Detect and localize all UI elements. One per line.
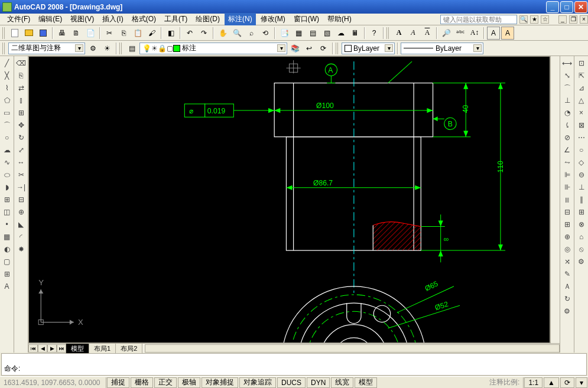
tab-prev-button[interactable]: ◀ xyxy=(38,344,47,353)
osnap-toggle[interactable]: 对象捕捉 xyxy=(202,377,238,388)
dim-arc-button[interactable]: ⌒ xyxy=(561,82,573,94)
snap-none-button[interactable]: ⦸ xyxy=(576,243,587,255)
copy-obj-button[interactable]: ⎘ xyxy=(15,70,27,81)
status-tray-icon[interactable]: ▾ xyxy=(576,377,587,388)
menu-window[interactable]: 窗口(W) xyxy=(290,13,323,25)
dim-diameter-button[interactable]: ⊘ xyxy=(561,132,573,144)
chamfer-button[interactable]: ◣ xyxy=(15,219,27,230)
open-button[interactable] xyxy=(22,27,35,40)
erase-button[interactable]: ⌫ xyxy=(15,57,27,69)
annovis-icon[interactable]: ▲ xyxy=(544,377,559,388)
favorites-icon[interactable]: ☆ xyxy=(541,15,549,24)
zoom-window-button[interactable]: ⌕ xyxy=(245,27,258,40)
dim-radius-button[interactable]: ◔ xyxy=(561,107,573,119)
snap-temp-button[interactable]: ⊡ xyxy=(576,57,587,69)
polygon-button[interactable]: ⬠ xyxy=(1,94,13,106)
grid-toggle[interactable]: 栅格 xyxy=(131,377,153,388)
snap-node-button[interactable]: ⊗ xyxy=(576,219,587,230)
snap-endpoint-button[interactable]: ⊿ xyxy=(576,82,587,94)
infocenter-icon[interactable]: 🔍 xyxy=(519,15,528,24)
annoauto-icon[interactable]: ⟳ xyxy=(560,377,574,388)
snap-parallel-button[interactable]: ∥ xyxy=(576,194,587,206)
hatch-button[interactable]: ▦ xyxy=(1,231,13,243)
make-block-button[interactable]: ◫ xyxy=(1,206,13,218)
zoom-realtime-button[interactable]: 🔍 xyxy=(230,27,243,40)
dim-baseline-button[interactable]: ⊫ xyxy=(561,169,573,181)
dim-quick-button[interactable]: ⥊ xyxy=(561,156,573,168)
snap-insert-button[interactable]: ⊞ xyxy=(576,206,587,218)
dim-continue-button[interactable]: ⊪ xyxy=(561,181,573,193)
cut-button[interactable]: ✂ xyxy=(103,27,116,40)
region-button[interactable]: ▢ xyxy=(1,256,13,268)
copy-button[interactable]: ⎘ xyxy=(117,27,130,40)
dim-update-button[interactable]: ↻ xyxy=(561,293,573,305)
polar-toggle[interactable]: 极轴 xyxy=(178,377,200,388)
properties-button[interactable]: 📑 xyxy=(278,27,291,40)
text-box2-button[interactable]: A xyxy=(501,27,514,40)
text-scale-button[interactable]: A↕ xyxy=(468,27,481,40)
xline-button[interactable]: ╳ xyxy=(1,70,13,81)
undo-button[interactable]: ↶ xyxy=(183,27,196,40)
dim-style-button[interactable]: ⚙ xyxy=(561,305,573,317)
trim-button[interactable]: ✂ xyxy=(15,169,27,181)
polyline-button[interactable]: ⌇ xyxy=(1,82,13,94)
sheet-set-button[interactable]: ▧ xyxy=(320,27,333,40)
menu-modify[interactable]: 修改(M) xyxy=(257,13,289,25)
model-toggle[interactable]: 模型 xyxy=(355,377,377,388)
extend-button[interactable]: →| xyxy=(15,181,27,193)
gradient-button[interactable]: ◐ xyxy=(1,243,13,255)
doc-restore-icon[interactable]: ❐ xyxy=(569,15,577,24)
snap-from-button[interactable]: ⇱ xyxy=(576,70,587,81)
explode-button[interactable]: ✸ xyxy=(15,243,27,255)
snap-intersection-button[interactable]: × xyxy=(576,107,587,119)
inspection-button[interactable]: ◎ xyxy=(561,243,573,255)
menu-draw[interactable]: 绘图(D) xyxy=(192,13,223,25)
menu-dimension[interactable]: 标注(N) xyxy=(225,13,256,25)
dim-break-button[interactable]: ⊟ xyxy=(561,206,573,218)
find-text-button[interactable]: 🔎 xyxy=(440,27,453,40)
move-button[interactable]: ✥ xyxy=(15,119,27,131)
grip-icon[interactable] xyxy=(386,27,390,39)
ellipse-arc-button[interactable]: ◗ xyxy=(1,181,13,193)
osnap-settings-button[interactable]: ⚙ xyxy=(576,256,587,268)
fillet-button[interactable]: ◜ xyxy=(15,231,27,243)
snap-quadrant-button[interactable]: ◇ xyxy=(576,156,587,168)
offset-button[interactable]: ⫿ xyxy=(15,94,27,106)
layer-combo[interactable]: 💡☀🔒▢ 标注 xyxy=(139,43,287,54)
tab-model[interactable]: 模型 xyxy=(66,343,89,354)
plot-button[interactable]: 🖶 xyxy=(56,27,69,40)
paste-button[interactable]: 📋 xyxy=(131,27,144,40)
ortho-toggle[interactable]: 正交 xyxy=(154,377,177,388)
publish-button[interactable]: 📄 xyxy=(84,27,97,40)
ducs-toggle[interactable]: DUCS xyxy=(277,377,306,388)
center-mark-button[interactable]: ⊕ xyxy=(561,231,573,243)
snap-apparent-button[interactable]: ⊠ xyxy=(576,119,587,131)
snap-tangent-button[interactable]: ⊖ xyxy=(576,169,587,181)
save-button[interactable] xyxy=(37,27,50,40)
pan-button[interactable]: ✋ xyxy=(216,27,229,40)
quickcalc-button[interactable]: 🖩 xyxy=(349,27,362,40)
mirror-button[interactable]: ⇄ xyxy=(15,82,27,94)
maximize-button[interactable]: □ xyxy=(560,1,573,13)
close-button[interactable]: ✕ xyxy=(574,1,587,13)
layer-tools-button[interactable]: ⟳ xyxy=(317,42,330,55)
text-height-button[interactable]: A xyxy=(421,27,434,40)
annotation-scale-value[interactable]: 1:1 xyxy=(524,377,542,388)
tab-first-button[interactable]: ⏮ xyxy=(28,344,38,353)
doc-close-icon[interactable]: × xyxy=(580,15,588,24)
grip-icon[interactable] xyxy=(119,43,123,54)
layer-manager-button[interactable]: ▤ xyxy=(125,42,138,55)
doc-minimize-icon[interactable]: _ xyxy=(558,15,567,24)
dim-text-edit-button[interactable]: Ａ xyxy=(561,281,573,292)
otrack-toggle[interactable]: 对象追踪 xyxy=(239,377,276,388)
menu-insert[interactable]: 插入(I) xyxy=(99,13,126,25)
tolerance-button[interactable]: ⊞ xyxy=(561,219,573,230)
snap-extension-button[interactable]: ⋯ xyxy=(576,132,587,144)
menu-tools[interactable]: 工具(T) xyxy=(161,13,191,25)
lwt-toggle[interactable]: 线宽 xyxy=(331,377,353,388)
revcloud-button[interactable]: ☁ xyxy=(1,144,13,156)
snap-perpendicular-button[interactable]: ⊥ xyxy=(576,181,587,193)
tab-layout2[interactable]: 布局2 xyxy=(115,343,142,354)
horizontal-scrollbar[interactable] xyxy=(145,344,560,353)
spell-check-button[interactable]: ᵃᵇᶜ xyxy=(454,27,467,40)
